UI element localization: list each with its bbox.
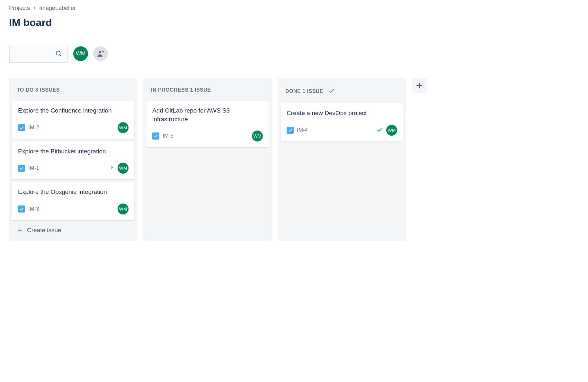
card-footer: IM-5WM	[152, 131, 263, 141]
done-check-icon	[376, 126, 383, 134]
issue-card[interactable]: Explore the Confluence integrationIM-2WM	[12, 101, 134, 139]
column-header[interactable]: DONE 1 ISSUE	[281, 83, 403, 103]
user-avatar[interactable]: WM	[73, 46, 88, 61]
issue-key[interactable]: IM-2	[28, 124, 39, 131]
assignee-avatar[interactable]: WM	[252, 131, 263, 141]
assignee-avatar[interactable]: WM	[118, 204, 129, 214]
column-title: IN PROGRESS 1 ISSUE	[151, 87, 211, 93]
card-title: Add GitLab repo for AWS S3 infrastructur…	[152, 106, 263, 123]
card-title: Explore the Confluence integration	[18, 106, 129, 115]
breadcrumb-separator: /	[34, 5, 35, 12]
issue-card[interactable]: Create a new DevOps projectIM-4WM	[281, 103, 403, 141]
board-column: IN PROGRESS 1 ISSUEAdd GitLab repo for A…	[143, 78, 272, 241]
board: TO DO 3 ISSUESExplore the Confluence int…	[9, 78, 579, 241]
card-title: Explore the Opsgenie integration	[18, 188, 129, 196]
issue-card[interactable]: Explore the Opsgenie integrationIM-3WM	[12, 182, 134, 220]
column-title: DONE 1 ISSUE	[285, 88, 323, 94]
add-person-button[interactable]	[93, 46, 108, 61]
issue-key[interactable]: IM-3	[28, 206, 39, 212]
task-type-icon	[18, 205, 25, 213]
column-title: TO DO 3 ISSUES	[17, 87, 60, 93]
board-column: DONE 1 ISSUECreate a new DevOps projectI…	[278, 78, 406, 241]
create-issue-button[interactable]: Create issue	[12, 220, 134, 236]
cards-list: Create a new DevOps projectIM-4WM	[281, 103, 403, 141]
issue-key[interactable]: IM-1	[28, 165, 39, 171]
card-footer: IM-4WM	[287, 125, 397, 136]
page-title: IM board	[9, 17, 579, 29]
task-type-icon	[18, 165, 25, 172]
column-header[interactable]: TO DO 3 ISSUES	[12, 83, 134, 101]
column-header[interactable]: IN PROGRESS 1 ISSUE	[147, 83, 269, 101]
breadcrumb-project-link[interactable]: ImageLabeller	[39, 5, 76, 12]
card-footer: IM-2WM	[18, 122, 129, 133]
issue-card[interactable]: Explore the Bitbucket integrationIM-1WM	[12, 141, 134, 180]
cards-list: Explore the Confluence integrationIM-2WM…	[12, 101, 134, 220]
card-title: Create a new DevOps project	[287, 109, 397, 118]
issue-key[interactable]: IM-4	[297, 127, 308, 133]
svg-point-5	[111, 167, 112, 168]
assignee-avatar[interactable]: WM	[386, 125, 397, 136]
card-footer: IM-3WM	[18, 204, 129, 214]
assignee-avatar[interactable]: WM	[118, 163, 129, 174]
board-column: TO DO 3 ISSUESExplore the Confluence int…	[9, 78, 138, 241]
search-icon	[55, 50, 62, 57]
breadcrumb: Projects / ImageLabeller	[9, 5, 579, 12]
assignee-avatar[interactable]: WM	[118, 122, 129, 133]
plus-icon	[415, 81, 423, 90]
card-title: Explore the Bitbucket integration	[18, 147, 129, 156]
search-input[interactable]	[9, 45, 68, 63]
issue-card[interactable]: Add GitLab repo for AWS S3 infrastructur…	[147, 101, 269, 147]
check-icon	[328, 87, 335, 96]
card-footer: IM-1WM	[18, 163, 129, 174]
svg-rect-4	[103, 50, 103, 53]
plus-icon	[17, 227, 23, 233]
commit-icon	[109, 165, 114, 171]
add-column-button[interactable]	[412, 78, 427, 93]
task-type-icon	[18, 124, 25, 131]
breadcrumb-projects-link[interactable]: Projects	[9, 5, 30, 12]
cards-list: Add GitLab repo for AWS S3 infrastructur…	[147, 101, 269, 147]
svg-point-0	[56, 51, 60, 55]
person-plus-icon	[96, 50, 105, 58]
task-type-icon	[152, 132, 159, 140]
toolbar: WM	[9, 45, 579, 63]
task-type-icon	[287, 127, 294, 134]
create-issue-label: Create issue	[27, 227, 61, 234]
svg-line-1	[60, 55, 62, 57]
issue-key[interactable]: IM-5	[163, 133, 174, 139]
svg-point-2	[99, 51, 101, 53]
